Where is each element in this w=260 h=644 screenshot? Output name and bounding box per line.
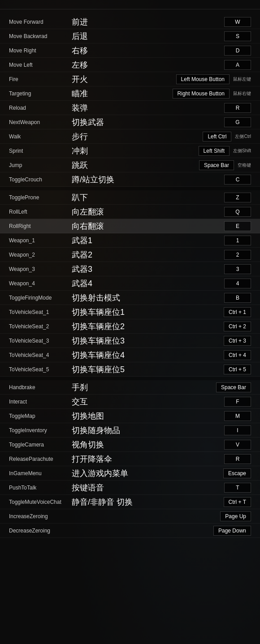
key-name: Reload — [9, 105, 72, 111]
table-row[interactable]: RollLeft向左翻滚Q — [0, 205, 260, 219]
key-binding-box: Right Mouse Button — [173, 89, 230, 99]
key-binding-area: 1 — [170, 236, 251, 245]
table-row[interactable]: Move Backwrad后退S — [0, 29, 260, 43]
key-cn-label: 向左翻滚 — [72, 206, 170, 217]
table-row[interactable]: ToggleProne趴下Z — [0, 190, 260, 205]
key-cn-label: 开火 — [72, 74, 152, 85]
key-name: ToVehicleSeat_2 — [9, 323, 72, 330]
key-name: Walk — [9, 133, 72, 140]
key-name: Sprint — [9, 148, 72, 154]
key-binding-area: T — [170, 483, 251, 493]
key-binding-area: E — [170, 221, 251, 231]
key-binding-box: T — [224, 483, 251, 493]
key-binding-area: Escape — [170, 468, 251, 478]
table-row[interactable]: ToVehicleSeat_1切换车辆座位1Ctrl + 1 — [0, 305, 260, 319]
key-extra-label: 鼠标左键 — [233, 76, 251, 82]
key-name: Handbrake — [9, 384, 72, 391]
key-binding-box: D — [224, 46, 251, 56]
table-row[interactable]: ToggleFiringMode切换射击模式B — [0, 291, 260, 305]
table-row[interactable]: PushToTalk按键语音T — [0, 481, 260, 495]
table-row[interactable]: Sprint冲刺Left Shift左侧Shift — [0, 144, 260, 158]
key-cn-label: 步行 — [72, 131, 152, 142]
table-row[interactable]: DecreaseZeroingPage Down — [0, 524, 260, 538]
table-row[interactable]: Handbrake手刹Space Bar — [0, 380, 260, 395]
table-row[interactable]: ToVehicleSeat_4切换车辆座位4Ctrl + 4 — [0, 348, 260, 362]
key-binding-area: Z — [170, 193, 251, 202]
key-binding-area: G — [170, 117, 251, 127]
table-row[interactable]: IncreaseZeroingPage Up — [0, 509, 260, 524]
key-name: ToggleMuteVoiceChat — [9, 499, 72, 505]
key-cn-label: 手刹 — [72, 382, 170, 393]
key-binding-area: A — [170, 60, 251, 70]
table-row[interactable]: Move Right右移D — [0, 43, 260, 58]
table-row[interactable]: ReleaseParachute打开降落伞R — [0, 452, 260, 466]
table-row[interactable]: Weapon_3武器33 — [0, 262, 260, 276]
table-row[interactable]: Move Forward前进W — [0, 15, 260, 29]
key-binding-area: 3 — [170, 264, 251, 274]
key-cn-label: 冲刺 — [72, 146, 152, 156]
key-name: ToggleProne — [9, 194, 72, 201]
key-binding-area: Ctrl + 2 — [170, 322, 251, 331]
key-binding-box: B — [224, 293, 251, 303]
key-cn-label: 武器2 — [72, 249, 170, 260]
key-cn-label: 切换地图 — [72, 411, 170, 421]
key-name: InGameMenu — [9, 470, 72, 477]
key-name: Fire — [9, 76, 72, 82]
table-row[interactable]: ToggleCrouch蹲/站立切换C — [0, 172, 260, 187]
key-name: ToggleCrouch — [9, 176, 72, 183]
table-row[interactable]: ToggleCamera视角切换V — [0, 438, 260, 452]
table-row[interactable]: ToggleInventory切换随身物品I — [0, 423, 260, 438]
table-row[interactable]: Weapon_1武器11 — [0, 233, 260, 248]
key-cn-label: 向右翻滚 — [72, 221, 170, 232]
key-binding-area: Right Mouse Button鼠标右键 — [152, 89, 251, 99]
key-cn-label: 切换射击模式 — [72, 292, 170, 303]
table-row[interactable]: ToVehicleSeat_5切换车辆座位5Ctrl + 5 — [0, 362, 260, 377]
key-name: Interact — [9, 399, 72, 405]
key-binding-area: Ctrl + 4 — [170, 350, 251, 360]
key-binding-area: W — [170, 17, 251, 27]
key-binding-area: B — [170, 293, 251, 303]
key-binding-box: 4 — [224, 279, 251, 288]
key-name: Move Backwrad — [9, 33, 72, 39]
key-binding-box: E — [224, 221, 251, 231]
key-binding-box: Ctrl + 1 — [224, 307, 251, 317]
table-row[interactable]: Weapon_2武器22 — [0, 248, 260, 262]
key-name: ToggleMap — [9, 413, 72, 419]
table-row[interactable]: Move Left左移A — [0, 58, 260, 72]
key-extra-label: 左侧Shift — [233, 148, 251, 154]
table-row[interactable]: Walk步行Left Ctrl左侧Ctrl — [0, 129, 260, 144]
page-header — [0, 0, 260, 9]
key-binding-area: Left Shift左侧Shift — [152, 146, 251, 156]
table-row[interactable]: ToVehicleSeat_3切换车辆座位3Ctrl + 3 — [0, 334, 260, 348]
key-binding-box: Space Bar — [216, 382, 251, 392]
key-cn-label: 武器1 — [72, 235, 170, 246]
key-binding-box: Ctrl + 4 — [224, 350, 251, 360]
table-row[interactable]: Jump跳跃Space Bar空格键 — [0, 158, 260, 172]
key-name: Weapon_1 — [9, 237, 72, 244]
key-binding-box: Ctrl + 5 — [224, 365, 251, 374]
key-name: DecreaseZeroing — [9, 528, 72, 534]
table-row[interactable]: RollRight向右翻滚E — [0, 219, 260, 233]
key-name: ToVehicleSeat_1 — [9, 309, 72, 315]
key-name: ToggleCamera — [9, 442, 72, 448]
key-name: ToggleFiringMode — [9, 295, 72, 301]
section-header — [0, 9, 260, 15]
key-cn-label: 切换车辆座位3 — [72, 335, 170, 346]
table-row[interactable]: ToggleMap切换地图M — [0, 409, 260, 423]
key-binding-box: Page Down — [213, 526, 251, 536]
table-row[interactable]: ToVehicleSeat_2切换车辆座位2Ctrl + 2 — [0, 319, 260, 334]
table-row[interactable]: ToggleMuteVoiceChat静音/非静音 切换Ctrl + T — [0, 495, 260, 509]
key-binding-area: Q — [170, 207, 251, 217]
table-row[interactable]: Fire开火Left Mouse Button鼠标左键 — [0, 72, 260, 86]
table-row[interactable]: Reload装弹R — [0, 101, 260, 115]
table-row[interactable]: Targeting瞄准Right Mouse Button鼠标右键 — [0, 86, 260, 101]
key-name: Targeting — [9, 90, 72, 97]
table-row[interactable]: NextWeapon切换武器G — [0, 115, 260, 129]
key-binding-box: C — [224, 175, 251, 185]
key-name: Jump — [9, 162, 72, 168]
key-name: IncreaseZeroing — [9, 513, 72, 519]
table-row[interactable]: Weapon_4武器44 — [0, 276, 260, 291]
table-row[interactable]: InGameMenu进入游戏内菜单Escape — [0, 466, 260, 481]
table-row[interactable]: Interact交互F — [0, 395, 260, 409]
key-name: Move Right — [9, 47, 72, 54]
